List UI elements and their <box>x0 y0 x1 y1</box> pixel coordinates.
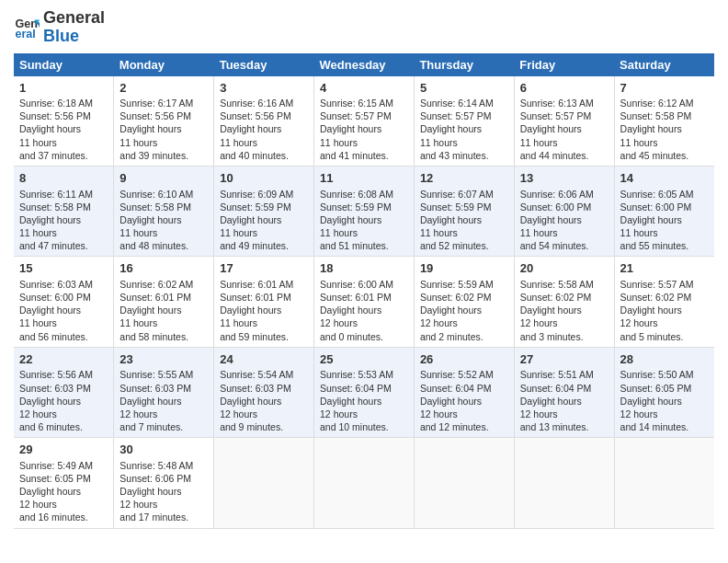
day-info: Sunrise: 6:05 AMSunset: 6:00 PMDaylight … <box>620 188 709 253</box>
day-number: 28 <box>620 351 709 368</box>
day-info: Sunrise: 5:53 AMSunset: 6:04 PMDaylight … <box>320 368 408 433</box>
day-info: Sunrise: 5:59 AMSunset: 6:02 PMDaylight … <box>420 278 508 343</box>
calendar-cell: 8Sunrise: 6:11 AMSunset: 5:58 PMDaylight… <box>14 167 114 257</box>
day-number: 8 <box>19 170 108 187</box>
day-number: 7 <box>620 80 709 97</box>
calendar-cell: 1Sunrise: 6:18 AMSunset: 5:56 PMDaylight… <box>14 76 114 167</box>
weekday-header-friday: Friday <box>514 53 614 76</box>
day-info: Sunrise: 5:54 AMSunset: 6:03 PMDaylight … <box>220 368 308 433</box>
day-number: 18 <box>320 260 408 277</box>
day-info: Sunrise: 6:13 AMSunset: 5:57 PMDaylight … <box>520 97 609 162</box>
day-number: 29 <box>19 442 108 458</box>
day-number: 27 <box>520 351 609 368</box>
calendar-cell: 22Sunrise: 5:56 AMSunset: 6:03 PMDayligh… <box>14 347 114 437</box>
calendar-cell: 5Sunrise: 6:14 AMSunset: 5:57 PMDaylight… <box>414 76 514 167</box>
day-info: Sunrise: 5:55 AMSunset: 6:03 PMDaylight … <box>119 368 208 433</box>
main-container: Gen eral General Blue SundayMondayTuesda… <box>0 0 728 538</box>
day-number: 23 <box>119 351 208 368</box>
day-number: 1 <box>19 80 108 97</box>
logo-text: General Blue <box>43 9 105 46</box>
calendar-cell <box>214 438 314 528</box>
day-info: Sunrise: 5:49 AMSunset: 6:05 PMDaylight … <box>19 459 108 524</box>
calendar-cell: 12Sunrise: 6:07 AMSunset: 5:59 PMDayligh… <box>414 167 514 257</box>
day-info: Sunrise: 6:18 AMSunset: 5:56 PMDaylight … <box>19 97 108 162</box>
calendar-cell: 19Sunrise: 5:59 AMSunset: 6:02 PMDayligh… <box>414 257 514 347</box>
day-info: Sunrise: 6:02 AMSunset: 6:01 PMDaylight … <box>119 278 208 343</box>
day-number: 19 <box>420 260 508 277</box>
week-row-2: 8Sunrise: 6:11 AMSunset: 5:58 PMDaylight… <box>14 167 714 257</box>
logo: Gen eral General Blue <box>14 9 105 46</box>
calendar-cell: 10Sunrise: 6:09 AMSunset: 5:59 PMDayligh… <box>214 167 314 257</box>
calendar-cell: 24Sunrise: 5:54 AMSunset: 6:03 PMDayligh… <box>214 347 314 437</box>
calendar-cell: 16Sunrise: 6:02 AMSunset: 6:01 PMDayligh… <box>114 257 214 347</box>
day-number: 5 <box>420 80 508 97</box>
day-info: Sunrise: 6:01 AMSunset: 6:01 PMDaylight … <box>220 278 308 343</box>
day-number: 24 <box>220 351 308 368</box>
calendar-cell: 27Sunrise: 5:51 AMSunset: 6:04 PMDayligh… <box>514 347 614 437</box>
day-number: 30 <box>119 442 208 458</box>
calendar-cell: 20Sunrise: 5:58 AMSunset: 6:02 PMDayligh… <box>514 257 614 347</box>
calendar-cell: 4Sunrise: 6:15 AMSunset: 5:57 PMDaylight… <box>314 76 415 167</box>
weekday-header-wednesday: Wednesday <box>314 53 415 76</box>
calendar-cell: 11Sunrise: 6:08 AMSunset: 5:59 PMDayligh… <box>314 167 415 257</box>
day-info: Sunrise: 6:12 AMSunset: 5:58 PMDaylight … <box>620 97 709 162</box>
day-number: 2 <box>119 80 208 97</box>
day-number: 22 <box>19 351 108 368</box>
calendar-cell: 6Sunrise: 6:13 AMSunset: 5:57 PMDaylight… <box>514 76 614 167</box>
day-number: 12 <box>420 170 508 187</box>
day-number: 21 <box>620 260 709 277</box>
calendar-cell: 3Sunrise: 6:16 AMSunset: 5:56 PMDaylight… <box>214 76 314 167</box>
calendar-cell <box>314 438 415 528</box>
day-info: Sunrise: 6:10 AMSunset: 5:58 PMDaylight … <box>119 188 208 253</box>
weekday-header-saturday: Saturday <box>614 53 714 76</box>
calendar-cell: 2Sunrise: 6:17 AMSunset: 5:56 PMDaylight… <box>114 76 214 167</box>
day-number: 25 <box>320 351 408 368</box>
calendar-cell: 28Sunrise: 5:50 AMSunset: 6:05 PMDayligh… <box>614 347 714 437</box>
day-number: 13 <box>520 170 609 187</box>
day-info: Sunrise: 6:17 AMSunset: 5:56 PMDaylight … <box>119 97 208 162</box>
day-number: 11 <box>320 170 408 187</box>
calendar-cell: 25Sunrise: 5:53 AMSunset: 6:04 PMDayligh… <box>314 347 415 437</box>
weekday-header-row: SundayMondayTuesdayWednesdayThursdayFrid… <box>14 53 714 76</box>
calendar-cell: 18Sunrise: 6:00 AMSunset: 6:01 PMDayligh… <box>314 257 415 347</box>
day-info: Sunrise: 6:00 AMSunset: 6:01 PMDaylight … <box>320 278 408 343</box>
day-number: 20 <box>520 260 609 277</box>
calendar-table: SundayMondayTuesdayWednesdayThursdayFrid… <box>14 53 714 529</box>
day-info: Sunrise: 6:14 AMSunset: 5:57 PMDaylight … <box>420 97 508 162</box>
day-info: Sunrise: 5:56 AMSunset: 6:03 PMDaylight … <box>19 368 108 433</box>
day-info: Sunrise: 6:06 AMSunset: 6:00 PMDaylight … <box>520 188 609 253</box>
calendar-cell: 30Sunrise: 5:48 AMSunset: 6:06 PMDayligh… <box>114 438 214 528</box>
day-info: Sunrise: 6:09 AMSunset: 5:59 PMDaylight … <box>220 188 308 253</box>
day-info: Sunrise: 5:48 AMSunset: 6:06 PMDaylight … <box>119 459 208 524</box>
calendar-cell: 15Sunrise: 6:03 AMSunset: 6:00 PMDayligh… <box>14 257 114 347</box>
weekday-header-sunday: Sunday <box>14 53 114 76</box>
day-number: 16 <box>119 260 208 277</box>
day-info: Sunrise: 5:51 AMSunset: 6:04 PMDaylight … <box>520 368 609 433</box>
day-info: Sunrise: 6:03 AMSunset: 6:00 PMDaylight … <box>19 278 108 343</box>
logo-icon: Gen eral <box>14 15 40 40</box>
calendar-cell: 23Sunrise: 5:55 AMSunset: 6:03 PMDayligh… <box>114 347 214 437</box>
calendar-cell: 13Sunrise: 6:06 AMSunset: 6:00 PMDayligh… <box>514 167 614 257</box>
day-info: Sunrise: 6:15 AMSunset: 5:57 PMDaylight … <box>320 97 408 162</box>
calendar-cell: 14Sunrise: 6:05 AMSunset: 6:00 PMDayligh… <box>614 167 714 257</box>
day-number: 26 <box>420 351 508 368</box>
calendar-cell <box>414 438 514 528</box>
calendar-cell: 9Sunrise: 6:10 AMSunset: 5:58 PMDaylight… <box>114 167 214 257</box>
day-number: 3 <box>220 80 308 97</box>
week-row-1: 1Sunrise: 6:18 AMSunset: 5:56 PMDaylight… <box>14 76 714 167</box>
day-number: 14 <box>620 170 709 187</box>
weekday-header-thursday: Thursday <box>414 53 514 76</box>
weekday-header-tuesday: Tuesday <box>214 53 314 76</box>
day-info: Sunrise: 5:50 AMSunset: 6:05 PMDaylight … <box>620 368 709 433</box>
day-number: 10 <box>220 170 308 187</box>
day-info: Sunrise: 6:08 AMSunset: 5:59 PMDaylight … <box>320 188 408 253</box>
day-number: 9 <box>119 170 208 187</box>
day-info: Sunrise: 5:57 AMSunset: 6:02 PMDaylight … <box>620 278 709 343</box>
day-info: Sunrise: 6:11 AMSunset: 5:58 PMDaylight … <box>19 188 108 253</box>
day-number: 17 <box>220 260 308 277</box>
day-number: 4 <box>320 80 408 97</box>
day-info: Sunrise: 6:07 AMSunset: 5:59 PMDaylight … <box>420 188 508 253</box>
day-number: 15 <box>19 260 108 277</box>
day-info: Sunrise: 5:52 AMSunset: 6:04 PMDaylight … <box>420 368 508 433</box>
svg-text:eral: eral <box>15 28 35 40</box>
